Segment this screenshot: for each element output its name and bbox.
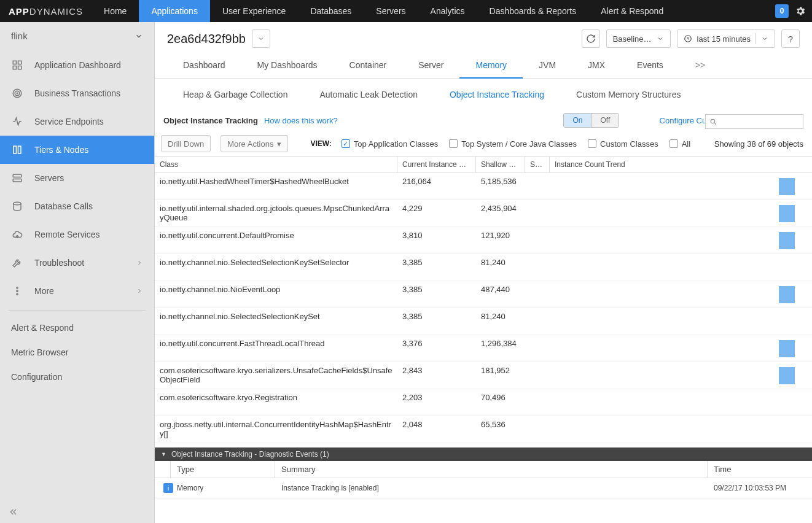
col-count[interactable]: Current Instance C… ▲ [397, 157, 476, 172]
baseline-select[interactable]: Baseline… [606, 29, 671, 48]
sidebar-item-remote-services[interactable]: Remote Services [0, 220, 154, 249]
tab-[interactable]: >> [679, 54, 721, 79]
table-row[interactable]: io.netty.channel.nio.SelectedSelectionKe… [155, 254, 812, 281]
cell-class: io.netty.util.HashedWheelTimer$HashedWhe… [155, 173, 397, 200]
cell-count: 3,376 [397, 335, 476, 362]
topnav-alert-respond[interactable]: Alert & Respond [588, 0, 676, 22]
diag-row[interactable]: i Memory Instance Tracking is [enabled] … [155, 478, 812, 498]
cell-trend [550, 281, 812, 308]
cell-class: io.netty.util.concurrent.FastThreadLocal… [155, 335, 397, 362]
drill-down-button[interactable]: Drill Down [161, 135, 211, 152]
node-dropdown-button[interactable] [252, 29, 270, 48]
diag-col-time[interactable]: Time [708, 461, 812, 478]
toggle-off[interactable]: Off [591, 114, 619, 127]
sidebar-item-business-transactions[interactable]: Business Transactions [0, 79, 154, 107]
more-actions-button[interactable]: More Actions ▾ [221, 135, 288, 152]
diag-col-type[interactable]: Type [171, 461, 275, 478]
endpoint-icon [11, 116, 23, 127]
table-row[interactable]: io.netty.util.concurrent.FastThreadLocal… [155, 335, 812, 362]
table-row[interactable]: org.jboss.netty.util.internal.Concurrent… [155, 416, 812, 443]
cell-size: 65,536 [476, 416, 525, 443]
tab-events[interactable]: Events [621, 54, 679, 79]
servers-icon [11, 172, 23, 184]
topnav-home[interactable]: Home [92, 0, 139, 22]
sidebar-item-label: Tiers & Nodes [34, 145, 88, 155]
refresh-button[interactable] [582, 29, 600, 48]
cell-count: 2,203 [397, 389, 476, 416]
cell-class: io.netty.channel.nio.NioEventLoop [155, 281, 397, 308]
table-row[interactable]: com.esotericsoftware.kryo.serializers.Un… [155, 362, 812, 389]
help-button[interactable]: ? [781, 29, 800, 48]
topnav-databases[interactable]: Databases [298, 0, 364, 22]
tab-dashboard[interactable]: Dashboard [167, 54, 241, 79]
sidebar-link-configuration[interactable]: Configuration [0, 365, 154, 389]
checkbox-icon [670, 139, 678, 148]
svg-rect-2 [13, 66, 16, 69]
sidebar-item-service-endpoints[interactable]: Service Endpoints [0, 107, 154, 136]
subtab-object-instance-tracking[interactable]: Object Instance Tracking [434, 82, 560, 107]
filter-check-custom-classes[interactable]: Custom Classes [588, 139, 658, 149]
table-row[interactable]: com.esotericsoftware.kryo.Registration2,… [155, 389, 812, 416]
diag-col-summary[interactable]: Summary [275, 461, 708, 478]
cell-trend [550, 335, 812, 362]
tab-memory[interactable]: Memory [459, 54, 523, 79]
table-row[interactable]: io.netty.util.internal.shaded.org.jctool… [155, 200, 812, 227]
main-content: 2ea6d432f9bb Baseline… last 15 minutes [155, 22, 812, 523]
primary-tabs: DashboardMy DashboardsContainerServerMem… [155, 48, 812, 79]
col-status[interactable]: Status [525, 157, 550, 172]
subtab-automatic-leak-detection[interactable]: Automatic Leak Detection [303, 82, 434, 107]
cell-trend [550, 227, 812, 254]
diagnostic-events-header[interactable]: ▼ Object Instance Tracking - Diagnostic … [155, 447, 812, 461]
table-row[interactable]: io.netty.util.HashedWheelTimer$HashedWhe… [155, 173, 812, 200]
tracking-toggle[interactable]: On Off [563, 113, 619, 128]
notification-badge[interactable]: 0 [775, 4, 789, 18]
subtab-custom-memory-structures[interactable]: Custom Memory Structures [560, 82, 697, 107]
svg-rect-1 [18, 61, 21, 64]
sidebar-item-servers[interactable]: Servers [0, 164, 154, 192]
sidebar-item-more[interactable]: More [0, 277, 154, 305]
checkbox-icon [588, 139, 596, 148]
topnav-servers[interactable]: Servers [364, 0, 418, 22]
search-input[interactable] [705, 114, 803, 129]
tab-server[interactable]: Server [402, 54, 459, 79]
gear-icon[interactable] [795, 6, 806, 17]
sparkline-icon [779, 367, 795, 384]
sidebar-item-troubleshoot[interactable]: Troubleshoot [0, 249, 154, 277]
sidebar-item-tiers-nodes[interactable]: Tiers & Nodes [0, 136, 154, 164]
tab-container[interactable]: Container [334, 54, 403, 79]
table-row[interactable]: io.netty.util.concurrent.DefaultPromise3… [155, 227, 812, 254]
help-link[interactable]: How does this work? [264, 116, 338, 125]
collapse-sidebar-button[interactable] [0, 501, 154, 523]
filter-check-top-application-classes[interactable]: Top Application Classes [342, 139, 438, 149]
topnav-applications[interactable]: Applications [139, 0, 210, 22]
col-size[interactable]: Shallow Siz… [476, 157, 525, 172]
result-count: Showing 38 of 69 objects [714, 139, 803, 149]
topnav-analytics[interactable]: Analytics [418, 0, 477, 22]
subtab-heap-garbage-collection[interactable]: Heap & Garbage Collection [167, 82, 303, 107]
table-row[interactable]: io.netty.channel.nio.NioEventLoop3,38548… [155, 281, 812, 308]
filter-check-top-system-core-java-classes[interactable]: Top System / Core Java Classes [449, 139, 577, 149]
topnav-user-experience[interactable]: User Experience [210, 0, 299, 22]
check-label: Top System / Core Java Classes [461, 139, 577, 149]
app-selector[interactable]: flink [0, 22, 154, 47]
sidebar-link-alert-respond[interactable]: Alert & Respond [0, 316, 154, 340]
tab-jmx[interactable]: JMX [572, 54, 621, 79]
sidebar-item-application-dashboard[interactable]: Application Dashboard [0, 51, 154, 79]
clock-icon [684, 34, 692, 43]
toggle-on[interactable]: On [564, 114, 591, 127]
app-name: flink [11, 31, 28, 41]
tab-jvm[interactable]: JVM [523, 54, 572, 79]
filter-check-all[interactable]: All [670, 139, 690, 149]
sidebar-item-database-calls[interactable]: Database Calls [0, 192, 154, 220]
topnav-dashboards-reports[interactable]: Dashboards & Reports [477, 0, 589, 22]
time-range-select[interactable]: last 15 minutes [677, 29, 775, 48]
cell-count: 3,385 [397, 281, 476, 308]
col-trend[interactable]: Instance Count Trend [550, 157, 812, 172]
cell-class: io.netty.channel.nio.SelectedSelectionKe… [155, 308, 397, 335]
sidebar-link-metric-browser[interactable]: Metric Browser [0, 340, 154, 365]
cell-size: 121,920 [476, 227, 525, 254]
col-class[interactable]: Class [155, 157, 397, 172]
table-row[interactable]: io.netty.channel.nio.SelectedSelectionKe… [155, 308, 812, 335]
tab-my-dashboards[interactable]: My Dashboards [241, 54, 334, 79]
more-icon [11, 285, 23, 296]
